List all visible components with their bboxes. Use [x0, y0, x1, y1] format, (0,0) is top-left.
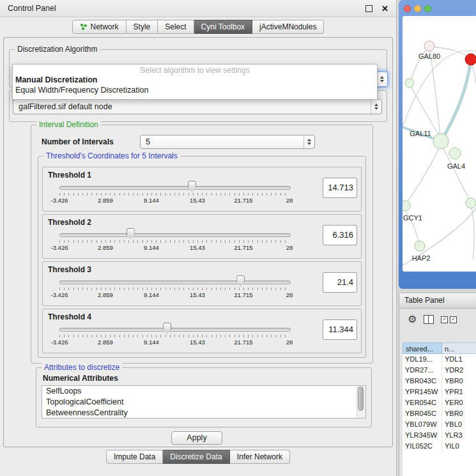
- table-row[interactable]: YLR345WYLR3: [403, 430, 476, 441]
- slider-scale-labels: -3.426 2.859 9.144 15.43 21.715 28: [59, 197, 289, 204]
- discretization-algorithm-group: Discretization Algorithm Select algorith…: [9, 49, 387, 88]
- slider-scale-labels: -3.426 2.859 9.144 15.43 21.715 28: [59, 244, 289, 252]
- group-title: Interval Definition: [36, 120, 101, 129]
- tab-network[interactable]: Network: [72, 20, 127, 34]
- table-row[interactable]: YIL052CYIL0: [403, 441, 476, 452]
- table-row[interactable]: YBR043CYBR0: [403, 376, 476, 387]
- node[interactable]: [466, 198, 476, 208]
- table-row[interactable]: YBL079WYBL0: [403, 419, 476, 430]
- zoom-traffic-light-icon[interactable]: [424, 5, 431, 12]
- node-gal4[interactable]: [449, 148, 461, 159]
- float-window-icon[interactable]: [365, 5, 372, 12]
- number-of-intervals-combobox[interactable]: 5: [140, 135, 315, 149]
- select-none-checkbox-icon[interactable]: ✓: [450, 316, 457, 323]
- table-panel-titlebar: Table Panel: [399, 293, 476, 309]
- list-item[interactable]: BetweennessCentrality: [42, 408, 365, 418]
- table-data-combobox[interactable]: galFiltered.sif default node: [13, 99, 382, 114]
- network-graph: GAL80 GAL11 GAL4 GCY1 HAP2: [403, 16, 476, 272]
- list-item[interactable]: TopologicalCoefficient: [42, 397, 365, 408]
- table-row[interactable]: YDR27...YDR2: [403, 365, 476, 376]
- number-of-intervals-label: Number of Intervals: [42, 137, 114, 146]
- threshold-value-field[interactable]: 6.316: [323, 225, 357, 245]
- network-icon: [80, 23, 88, 31]
- slider-thumb[interactable]: [188, 181, 196, 192]
- node-table: shared... n... YDL19...YDL1 YDR27...YDR2…: [403, 342, 476, 476]
- scrollbar-thumb[interactable]: [358, 387, 364, 411]
- slider-track[interactable]: [59, 280, 291, 284]
- slider-track[interactable]: [59, 328, 291, 332]
- table-data-value: galFiltered.sif default node: [13, 102, 371, 111]
- control-panel-window: Control Panel ✕ Network Style Select Cyn…: [0, 0, 397, 476]
- slider-track[interactable]: [59, 186, 291, 190]
- cyni-toolbox-panel: Discretization Algorithm Select algorith…: [3, 37, 393, 447]
- combobox-stepper-icon[interactable]: [376, 72, 387, 86]
- close-icon[interactable]: ✕: [381, 4, 388, 13]
- bottom-tab-bar: Impute Data Discretize Data Infer Networ…: [0, 450, 396, 464]
- thresholds-group: Threshold's Coordinates for 5 Intervals …: [38, 156, 366, 358]
- node-label: GAL4: [447, 162, 465, 170]
- column-header-name[interactable]: n...: [442, 342, 476, 354]
- table-panel-window: Table Panel ⚙ ✓ ✓ shared... n... YDL19..…: [399, 293, 476, 476]
- tab-infer-network[interactable]: Infer Network: [230, 450, 290, 464]
- node-gal11[interactable]: [433, 134, 449, 149]
- tab-label: Network: [91, 22, 119, 31]
- group-title: Discretization Algorithm: [15, 45, 100, 54]
- node-label: HAP2: [412, 254, 431, 262]
- slider-scale-labels: -3.426 2.859 9.144 15.43 21.715 28: [59, 339, 289, 346]
- network-canvas[interactable]: GAL80 GAL11 GAL4 GCY1 HAP2: [403, 16, 476, 272]
- node-label: GAL11: [410, 130, 431, 137]
- combobox-stepper-icon[interactable]: [303, 135, 314, 148]
- threshold-value-field[interactable]: 11.344: [323, 319, 357, 340]
- tab-cyni-toolbox[interactable]: Cyni Toolbox: [194, 20, 252, 34]
- dropdown-option-manual-discretization[interactable]: Manual Discretization: [13, 75, 377, 85]
- threshold-value-field[interactable]: 14.713: [323, 178, 357, 198]
- node-gal80[interactable]: [424, 41, 434, 51]
- dropdown-placeholder-option[interactable]: Select algorithm to view settings: [13, 65, 377, 75]
- list-item[interactable]: SelfLoops: [42, 386, 365, 397]
- window-controls: [404, 5, 431, 12]
- gear-icon[interactable]: ⚙: [408, 314, 417, 325]
- top-tab-bar: Network Style Select Cyni Toolbox jActiv…: [0, 20, 396, 34]
- threshold-value-field[interactable]: 21.4: [323, 272, 357, 293]
- tab-style[interactable]: Style: [127, 20, 158, 34]
- slider-thumb[interactable]: [127, 228, 135, 239]
- select-all-checkbox-icon[interactable]: ✓: [441, 316, 448, 323]
- apply-button[interactable]: Apply: [171, 431, 222, 445]
- control-panel-titlebar: Control Panel ✕: [0, 0, 396, 17]
- node-gcy1[interactable]: [403, 201, 410, 211]
- column-header-shared-name[interactable]: shared...: [403, 342, 442, 354]
- list-scrollbar[interactable]: [357, 386, 365, 418]
- slider-ticks: [59, 288, 289, 290]
- table-row[interactable]: YER054CYER0: [403, 397, 476, 408]
- tab-discretize-data[interactable]: Discretize Data: [163, 450, 229, 464]
- table-row[interactable]: YPR145WYPR1: [403, 387, 476, 397]
- table-row[interactable]: YDL19...YDL1: [403, 354, 476, 365]
- threshold-panel: Threshold 1 -3.426 2.859 9.144 15.43 21.…: [42, 167, 362, 211]
- dropdown-option-equal-width[interactable]: Equal Width/Frequency Discretization: [13, 85, 377, 95]
- number-of-intervals-value: 5: [141, 137, 303, 146]
- node-selected-red[interactable]: [465, 54, 476, 65]
- table-toolbar: ⚙ ✓ ✓: [399, 309, 476, 330]
- node-label: GAL80: [418, 52, 440, 60]
- table-header-row: shared... n...: [403, 342, 476, 354]
- tab-jactivemnodules[interactable]: jActiveMNodules: [252, 20, 324, 34]
- node-label: GCY1: [403, 214, 422, 222]
- slider-thumb[interactable]: [236, 275, 245, 286]
- threshold-panel: Threshold 4 -3.426 2.859 9.144 15.43 21.…: [42, 309, 362, 353]
- combobox-stepper-icon[interactable]: [371, 100, 381, 114]
- node-hap2[interactable]: [415, 241, 425, 251]
- node[interactable]: [405, 79, 414, 88]
- minimize-traffic-light-icon[interactable]: [414, 5, 421, 12]
- slider-ticks: [59, 240, 289, 243]
- slider-track[interactable]: [59, 233, 291, 237]
- attributes-group: Attributes to discretize Numerical Attri…: [36, 367, 372, 427]
- close-traffic-light-icon[interactable]: [404, 5, 411, 12]
- tab-select[interactable]: Select: [158, 20, 194, 34]
- group-title: Threshold's Coordinates for 5 Intervals: [43, 151, 180, 160]
- columns-icon[interactable]: [424, 315, 434, 324]
- table-row[interactable]: YBR045CYBR0: [403, 408, 476, 419]
- numerical-attributes-list: SelfLoops TopologicalCoefficient Between…: [42, 385, 366, 418]
- tab-impute-data[interactable]: Impute Data: [106, 450, 163, 464]
- numerical-attributes-label: Numerical Attributes: [43, 374, 118, 383]
- slider-thumb[interactable]: [163, 323, 171, 334]
